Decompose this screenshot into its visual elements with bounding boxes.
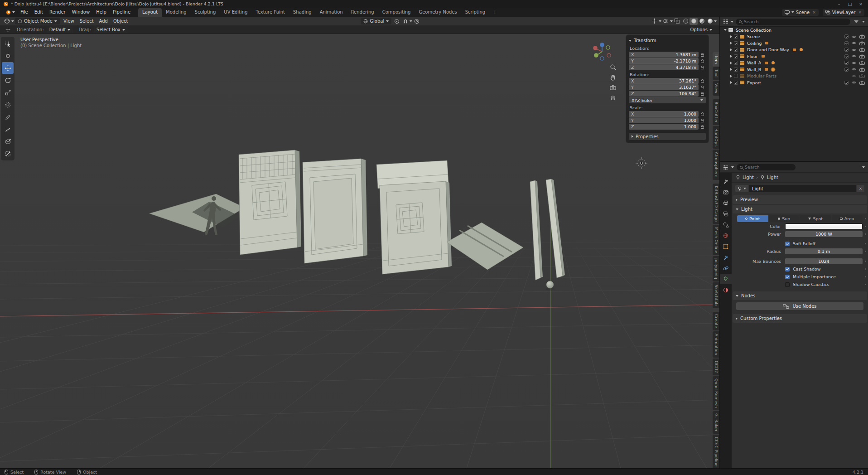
breadcrumb-object[interactable]: Light — [743, 175, 754, 180]
properties-options-icon[interactable] — [862, 166, 865, 168]
light-color-swatch[interactable] — [785, 223, 863, 229]
selectable-checkbox[interactable] — [844, 34, 849, 39]
expand-icon[interactable] — [724, 29, 727, 31]
sidebar-tab-create[interactable]: Create — [713, 312, 719, 330]
animate-dot[interactable] — [863, 284, 868, 285]
gizmo-chevron-icon[interactable] — [659, 20, 661, 22]
render-camera-toggle[interactable] — [859, 48, 865, 52]
render-camera-toggle[interactable] — [859, 41, 865, 45]
tool-boxcutter[interactable] — [2, 148, 14, 160]
wall-panel-lattice-object[interactable] — [239, 150, 301, 255]
gizmo-x-axis[interactable] — [593, 46, 598, 50]
remove-view-layer-icon[interactable]: × — [858, 10, 862, 15]
transform-panel-header[interactable]: Transform — [629, 37, 706, 44]
workspace-tab-shading[interactable]: Shading — [289, 8, 316, 17]
sidebar-tab-hardops[interactable]: HardOps — [713, 126, 719, 149]
overlays-chevron-icon[interactable] — [670, 20, 673, 22]
pivot-point-icon[interactable] — [393, 18, 400, 24]
drag-mode-dropdown[interactable]: Select Box — [94, 26, 128, 33]
lock-location-y-icon[interactable] — [699, 59, 706, 63]
workspace-tab-modeling[interactable]: Modeling — [162, 8, 191, 17]
lock-scale-z-icon[interactable] — [699, 125, 706, 129]
menu-help[interactable]: Help — [93, 8, 110, 17]
lock-rotation-z-icon[interactable] — [699, 92, 706, 96]
lock-rotation-x-icon[interactable] — [699, 79, 706, 83]
scale-z-field[interactable]: Z1.000 — [629, 124, 699, 130]
animate-dot[interactable] — [863, 243, 868, 244]
tab-world[interactable] — [720, 230, 732, 241]
gizmo-neg-y-axis[interactable] — [606, 46, 610, 49]
properties-editor-icon[interactable] — [723, 165, 728, 170]
shading-rendered-icon[interactable] — [706, 18, 714, 25]
render-camera-toggle[interactable] — [859, 81, 865, 85]
sidebar-tab-quad-remesh[interactable]: Quad Remesh — [713, 376, 719, 410]
hide-eye-toggle[interactable] — [851, 41, 857, 45]
tool-measure[interactable] — [2, 123, 14, 135]
workspace-tab-rendering[interactable]: Rendering — [347, 8, 378, 17]
zoom-icon[interactable] — [610, 64, 616, 70]
hide-eye-toggle[interactable] — [851, 54, 857, 58]
sidebar-tab-kitbash3d[interactable]: KitBash3D Cargo — [713, 184, 719, 224]
selectable-checkbox[interactable] — [844, 61, 849, 65]
tab-object-data-light[interactable] — [720, 274, 732, 284]
minimize-button[interactable]: – — [834, 1, 844, 6]
light-type-sun[interactable]: Sun — [769, 215, 800, 222]
outliner-row-wall-b[interactable]: Wall_B — [720, 66, 868, 73]
tool-scale[interactable] — [2, 87, 14, 98]
show-gizmo-icon[interactable] — [651, 18, 658, 24]
radius-field[interactable]: 0.1 m — [785, 248, 863, 254]
close-button[interactable]: × — [855, 1, 866, 6]
snap-magnet-icon[interactable] — [401, 18, 409, 24]
animate-dot[interactable] — [863, 268, 868, 270]
sidebar-tab-sketchfab[interactable]: Sketchfab — [713, 282, 719, 308]
location-z-field[interactable]: Z4.3718 m — [629, 64, 699, 70]
hide-eye-toggle[interactable] — [851, 81, 857, 84]
workspace-tab-texture-paint[interactable]: Texture Paint — [251, 8, 289, 17]
menu-file[interactable]: File — [17, 8, 31, 17]
outliner-row-export[interactable]: Export — [720, 79, 868, 86]
editor-type-chevron-icon[interactable] — [11, 20, 14, 22]
cast-shadow-checkbox[interactable] — [785, 267, 790, 271]
outliner-search[interactable] — [736, 19, 850, 25]
navigation-gizmo[interactable] — [592, 41, 612, 62]
location-y-field[interactable]: Y-2.1718 m — [629, 58, 699, 64]
menu-select[interactable]: Select — [77, 19, 96, 24]
properties-search-input[interactable] — [745, 165, 792, 170]
gizmo-neg-z-axis[interactable] — [600, 57, 604, 60]
animate-dot[interactable] — [863, 276, 868, 277]
panel-light-header[interactable]: Light — [733, 205, 867, 213]
animate-dot[interactable] — [863, 226, 868, 227]
light-type-area[interactable]: Area — [832, 215, 863, 222]
gizmo-neg-x-axis[interactable] — [607, 53, 611, 57]
scale-x-field[interactable]: X1.000 — [629, 111, 699, 117]
options-dropdown[interactable]: Options — [687, 26, 715, 33]
outliner-search-input[interactable] — [744, 19, 847, 24]
sidebar-tab-item[interactable]: Item — [713, 52, 719, 66]
location-x-field[interactable]: X1.3681 m — [629, 52, 699, 58]
expand-icon[interactable] — [730, 62, 732, 64]
lock-scale-x-icon[interactable] — [699, 112, 706, 116]
exclude-checkbox[interactable] — [734, 61, 738, 65]
sidebar-tab-ccic-pipeline[interactable]: CC/iC Pipeline — [713, 435, 719, 468]
rotation-z-field[interactable]: Z106.94° — [629, 91, 699, 97]
add-workspace-button[interactable]: + — [489, 8, 500, 17]
shading-wireframe-icon[interactable] — [681, 18, 690, 25]
workspace-tab-sculpting[interactable]: Sculpting — [191, 8, 220, 17]
exclude-checkbox[interactable] — [734, 34, 738, 39]
selectable-checkbox[interactable] — [844, 41, 849, 45]
menu-add[interactable]: Add — [96, 19, 111, 24]
exclude-checkbox[interactable] — [734, 48, 738, 52]
orientation-default-dropdown[interactable]: Default — [47, 26, 73, 33]
sidebar-tab-mesh-online[interactable]: Mesh Online — [713, 225, 719, 256]
viewport-3d[interactable]: User Perspective (0) Scene Collection | … — [0, 34, 719, 468]
snap-chevron-icon[interactable] — [410, 20, 412, 22]
exclude-checkbox[interactable] — [734, 74, 738, 78]
xray-toggle-icon[interactable] — [673, 18, 681, 24]
breadcrumb-data[interactable]: Light — [767, 175, 778, 180]
tool-add-cube[interactable] — [2, 136, 14, 147]
lock-location-x-icon[interactable] — [699, 53, 706, 57]
workspace-tab-geometry-nodes[interactable]: Geometry Nodes — [415, 8, 461, 17]
soft-falloff-checkbox[interactable] — [785, 242, 790, 246]
tool-annotate[interactable] — [2, 111, 14, 123]
tab-tool[interactable] — [720, 176, 732, 186]
